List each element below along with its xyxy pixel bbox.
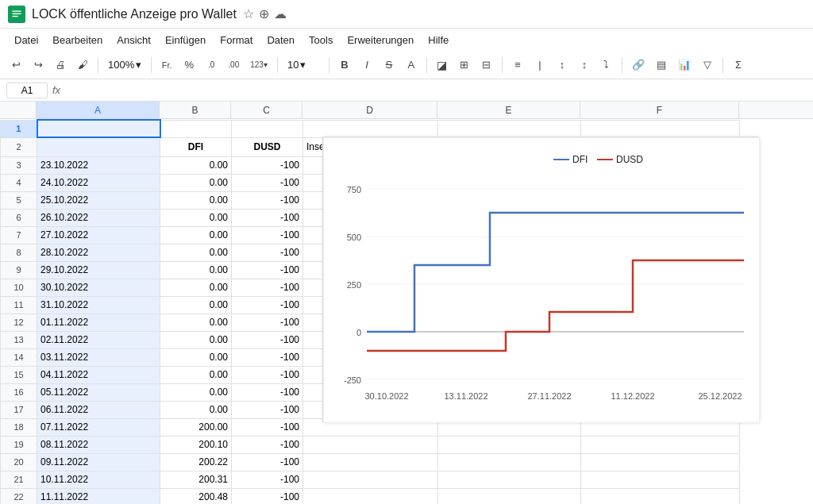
decimal-dec-button[interactable]: .0 bbox=[202, 55, 221, 75]
cell-b[interactable]: 0.00 bbox=[160, 226, 232, 244]
menu-einfuegen[interactable]: Einfügen bbox=[159, 32, 212, 48]
cell-a[interactable]: 29.10.2022 bbox=[37, 261, 160, 279]
chart-container[interactable]: DFI DUSD 750 500 250 0 -250 30.10.2022 1… bbox=[322, 137, 759, 422]
cell-a[interactable]: 07.11.2022 bbox=[37, 418, 160, 436]
menu-ansicht[interactable]: Ansicht bbox=[110, 32, 157, 48]
font-dropdown[interactable]: 10 ▾ bbox=[283, 55, 323, 75]
cell-b[interactable]: 200.00 bbox=[160, 418, 232, 436]
col-header-c[interactable]: C bbox=[231, 102, 302, 118]
cell-reference-input[interactable]: A1 bbox=[6, 83, 48, 98]
cell-b[interactable]: DFI bbox=[160, 137, 232, 156]
cell-c[interactable]: -100 bbox=[232, 418, 303, 436]
cell-c[interactable]: -100 bbox=[232, 209, 303, 226]
undo-button[interactable]: ↩ bbox=[6, 55, 25, 75]
filter-button[interactable]: ▽ bbox=[698, 55, 717, 75]
cell-b[interactable]: 200.31 bbox=[160, 471, 232, 488]
cell-a[interactable]: 02.11.2022 bbox=[37, 331, 160, 348]
sum-button[interactable]: Σ bbox=[729, 55, 748, 75]
merge-cells-button[interactable]: ⊟ bbox=[477, 55, 496, 75]
borders-button[interactable]: ⊞ bbox=[455, 55, 474, 75]
cell-c[interactable]: -100 bbox=[232, 453, 303, 471]
insert-chart-button[interactable]: 📊 bbox=[674, 55, 695, 75]
col-header-d[interactable]: D bbox=[302, 102, 437, 118]
align-center-button[interactable]: | bbox=[530, 55, 549, 75]
cell-c[interactable]: -100 bbox=[232, 436, 303, 453]
cell-a[interactable]: 28.10.2022 bbox=[37, 244, 160, 261]
cell-a[interactable]: 30.10.2022 bbox=[37, 279, 160, 296]
cell-d[interactable] bbox=[303, 436, 438, 453]
cell-b[interactable]: 200.48 bbox=[160, 488, 232, 504]
number-format-button[interactable]: 123▾ bbox=[246, 55, 272, 75]
cell-c[interactable]: -100 bbox=[232, 401, 303, 418]
menu-datei[interactable]: Datei bbox=[8, 32, 44, 48]
cell-f[interactable] bbox=[581, 120, 740, 137]
cell-c[interactable]: -100 bbox=[232, 383, 303, 401]
link-button[interactable]: 🔗 bbox=[628, 55, 649, 75]
menu-hilfe[interactable]: Hilfe bbox=[422, 32, 455, 48]
cell-c[interactable]: -100 bbox=[232, 191, 303, 209]
cell-a[interactable]: 26.10.2022 bbox=[37, 209, 160, 226]
cell-f[interactable] bbox=[581, 453, 740, 471]
cell-a[interactable]: 23.10.2022 bbox=[37, 156, 160, 174]
cell-c[interactable]: -100 bbox=[232, 156, 303, 174]
cell-b[interactable]: 0.00 bbox=[160, 314, 232, 331]
cell-a[interactable]: 10.11.2022 bbox=[37, 471, 160, 488]
italic-button[interactable]: I bbox=[357, 55, 376, 75]
cell-c[interactable]: -100 bbox=[232, 261, 303, 279]
cell-a[interactable] bbox=[37, 120, 160, 137]
zoom-dropdown[interactable]: 100% ▾ bbox=[104, 55, 145, 75]
cell-b[interactable]: 0.00 bbox=[160, 174, 232, 191]
menu-erweiterungen[interactable]: Erweiterungen bbox=[341, 32, 420, 48]
col-header-b[interactable]: B bbox=[160, 102, 231, 118]
cell-a[interactable]: 09.11.2022 bbox=[37, 453, 160, 471]
cell-b[interactable]: 0.00 bbox=[160, 244, 232, 261]
star-icon[interactable]: ☆ bbox=[243, 6, 254, 21]
menu-bearbeiten[interactable]: Bearbeiten bbox=[46, 32, 109, 48]
cell-c[interactable]: -100 bbox=[232, 348, 303, 366]
cell-e[interactable] bbox=[438, 436, 581, 453]
cell-c[interactable]: -100 bbox=[232, 488, 303, 504]
cell-d[interactable] bbox=[303, 453, 438, 471]
cell-b[interactable]: 200.10 bbox=[160, 436, 232, 453]
col-header-f[interactable]: F bbox=[580, 102, 739, 118]
cell-b[interactable]: 0.00 bbox=[160, 191, 232, 209]
cell-a[interactable]: 27.10.2022 bbox=[37, 226, 160, 244]
insert-comment-button[interactable]: ▤ bbox=[652, 55, 671, 75]
cell-a[interactable] bbox=[37, 137, 160, 156]
cell-a[interactable]: 04.11.2022 bbox=[37, 366, 160, 383]
cell-e[interactable] bbox=[438, 471, 581, 488]
cell-c[interactable]: -100 bbox=[232, 226, 303, 244]
cell-d[interactable] bbox=[303, 471, 438, 488]
valign-button[interactable]: ↕ bbox=[575, 55, 594, 75]
cell-b[interactable]: 0.00 bbox=[160, 209, 232, 226]
cell-c[interactable]: -100 bbox=[232, 331, 303, 348]
move-icon[interactable]: ⊕ bbox=[259, 6, 269, 21]
col-header-e[interactable]: E bbox=[437, 102, 580, 118]
cell-a[interactable]: 03.11.2022 bbox=[37, 348, 160, 366]
fill-color-button[interactable]: ◪ bbox=[433, 55, 452, 75]
cell-b[interactable]: 0.00 bbox=[160, 383, 232, 401]
cell-a[interactable]: 06.11.2022 bbox=[37, 401, 160, 418]
cell-b[interactable] bbox=[160, 120, 232, 137]
cell-a[interactable]: 08.11.2022 bbox=[37, 436, 160, 453]
cell-f[interactable] bbox=[581, 436, 740, 453]
menu-tools[interactable]: Tools bbox=[302, 32, 339, 48]
cell-c[interactable]: -100 bbox=[232, 471, 303, 488]
cell-a[interactable]: 01.11.2022 bbox=[37, 314, 160, 331]
cloud-icon[interactable]: ☁ bbox=[274, 6, 287, 21]
bold-button[interactable]: B bbox=[335, 55, 354, 75]
percent-button[interactable]: % bbox=[179, 55, 198, 75]
cell-f[interactable] bbox=[581, 471, 740, 488]
cell-c[interactable]: -100 bbox=[232, 279, 303, 296]
cell-d[interactable] bbox=[303, 488, 438, 504]
cell-b[interactable]: 0.00 bbox=[160, 279, 232, 296]
col-header-a[interactable]: A bbox=[37, 102, 160, 118]
cell-c[interactable] bbox=[232, 120, 303, 137]
cell-c[interactable]: -100 bbox=[232, 366, 303, 383]
align-left-button[interactable]: ≡ bbox=[508, 55, 527, 75]
formula-input[interactable] bbox=[65, 85, 807, 96]
wrap-button[interactable]: ⤵ bbox=[597, 55, 616, 75]
print-button[interactable]: 🖨 bbox=[51, 55, 70, 75]
cell-c[interactable]: -100 bbox=[232, 296, 303, 314]
currency-button[interactable]: Fr. bbox=[157, 55, 176, 75]
